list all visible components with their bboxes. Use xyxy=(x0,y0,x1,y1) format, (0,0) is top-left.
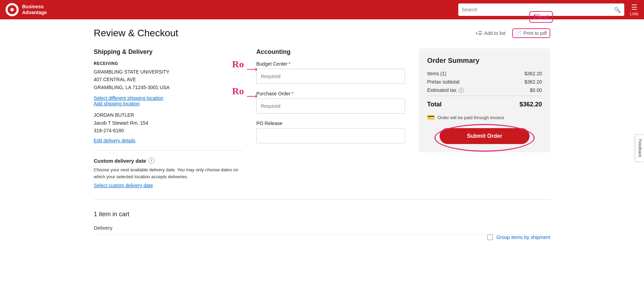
list-icon: +☰ xyxy=(475,30,482,36)
section-divider xyxy=(94,199,550,200)
total-label: Total xyxy=(427,101,442,108)
feedback-tab[interactable]: Feedback xyxy=(635,134,644,162)
header-right: 🔍 ☰ Lists xyxy=(458,3,638,16)
order-summary: Order Summary Items (1) $362.20 Pretax s… xyxy=(419,48,550,152)
budget-center-input[interactable] xyxy=(256,69,405,84)
accounting-section: Accounting Ro ⟶ Ro ⟶ Budget Center* Purc… xyxy=(256,48,405,150)
po-release-input[interactable] xyxy=(256,128,405,143)
address-line1: 407 CENTRAL AVE xyxy=(94,76,242,83)
print-to-pdf-wrapper: First 📄 Print to pdf xyxy=(512,28,550,38)
page-title: Review & Checkout xyxy=(94,28,178,39)
purchase-order-label: Purchase Order* xyxy=(256,91,405,96)
pretax-value: $362.20 xyxy=(524,79,542,85)
search-icon: 🔍 xyxy=(614,7,621,13)
info-icon: i xyxy=(148,157,155,164)
delivery-title-row: Custom delivery date i xyxy=(94,157,242,164)
add-to-list-button[interactable]: +☰ Add to list xyxy=(475,30,506,36)
contact-block: JORDAN BUTLER Jacob T Stewart Rm. 154 31… xyxy=(94,111,242,134)
city-state: GRAMBLING, LA 71245-3001 USA xyxy=(94,84,242,91)
tax-label: Estimated tax xyxy=(427,87,457,93)
page-title-row: Review & Checkout +☰ Add to list First 📄… xyxy=(94,28,550,39)
tax-value: $0.00 xyxy=(530,87,542,93)
required-star-1: * xyxy=(288,61,290,67)
order-summary-title: Order Summary xyxy=(427,57,542,65)
delivery-note: Choose your next available delivery date… xyxy=(94,166,242,180)
delivery-section: Custom delivery date i Choose your next … xyxy=(94,150,242,188)
logo-text: Business Advantage xyxy=(22,4,47,16)
total-row: Total $362.20 xyxy=(427,96,542,108)
main-content: Review & Checkout +☰ Add to list First 📄… xyxy=(80,19,564,255)
purchase-order-input[interactable] xyxy=(256,98,405,114)
svg-point-1 xyxy=(11,8,13,11)
tax-row: Estimated tax i $0.00 xyxy=(427,87,542,93)
accounting-title: Accounting xyxy=(256,48,405,56)
university-name: GRAMBLING STATE UNIVERSITY xyxy=(94,68,242,76)
add-shipping-link[interactable]: Add shipping location xyxy=(94,101,140,106)
receiving-label: RECEIVING xyxy=(94,61,242,66)
search-box[interactable]: 🔍 xyxy=(458,3,624,16)
cart-section: 1 item in cart Delivery Group items by s… xyxy=(94,211,550,247)
search-input[interactable] xyxy=(462,7,614,12)
content-grid: Shipping & Delivery RECEIVING GRAMBLING … xyxy=(94,48,550,188)
contact-name: JORDAN BUTLER xyxy=(94,111,242,119)
custom-delivery-title: Custom delivery date xyxy=(94,158,146,164)
lists-icon: ☰ xyxy=(631,3,637,11)
total-value: $362.20 xyxy=(519,101,542,108)
group-items-label: Group items by shipment xyxy=(496,235,550,240)
print-to-pdf-button[interactable]: 📄 Print to pdf xyxy=(516,30,547,36)
logo: Business Advantage xyxy=(6,3,47,16)
pdf-icon: 📄 xyxy=(516,30,522,36)
invoice-note: 💳 Order will be paid through invoice xyxy=(427,114,542,121)
invoice-icon: 💳 xyxy=(427,114,435,121)
edit-delivery-link[interactable]: Edit delivery details xyxy=(94,138,136,143)
tax-info-icon: i xyxy=(459,88,464,93)
budget-center-label: Budget Center* xyxy=(256,61,405,67)
contact-phone: 318-274-6180 xyxy=(94,127,242,134)
submit-order-button[interactable]: Submit Order xyxy=(440,128,530,144)
po-release-label: PO Release xyxy=(256,121,405,126)
submit-wrapper: Submit Order xyxy=(427,128,542,144)
items-value: $362.20 xyxy=(524,71,542,76)
contact-room: Jacob T Stewart Rm. 154 xyxy=(94,119,242,127)
select-different-shipping-link[interactable]: Select different shipping location xyxy=(94,95,163,101)
pretax-row: Pretax subtotal $362.20 xyxy=(427,79,542,85)
cart-items-count: 1 item in cart xyxy=(94,211,550,218)
select-custom-delivery-link[interactable]: Select custom delivery date xyxy=(94,183,153,188)
logo-icon xyxy=(6,3,19,16)
po-release-group: PO Release xyxy=(256,121,405,143)
pretax-label: Pretax subtotal xyxy=(427,79,459,85)
cart-bottom-row: Group items by shipment xyxy=(94,235,550,247)
budget-center-group: Budget Center* xyxy=(256,61,405,84)
items-label: Items (1) xyxy=(427,71,446,76)
address-block: GRAMBLING STATE UNIVERSITY 407 CENTRAL A… xyxy=(94,68,242,91)
delivery-label: Delivery xyxy=(94,225,550,235)
title-actions: +☰ Add to list First 📄 Print to pdf xyxy=(475,28,550,38)
shipping-section: Shipping & Delivery RECEIVING GRAMBLING … xyxy=(94,48,242,188)
purchase-order-group: Purchase Order* xyxy=(256,91,405,114)
required-star-2: * xyxy=(292,91,293,96)
lists-button[interactable]: ☰ Lists xyxy=(630,3,638,16)
header: Business Advantage 🔍 ☰ Lists xyxy=(0,0,644,19)
group-items-highlight: shipment xyxy=(531,235,550,240)
shipping-title: Shipping & Delivery xyxy=(94,48,242,56)
group-items-checkbox[interactable] xyxy=(487,235,493,240)
items-row: Items (1) $362.20 xyxy=(427,71,542,76)
